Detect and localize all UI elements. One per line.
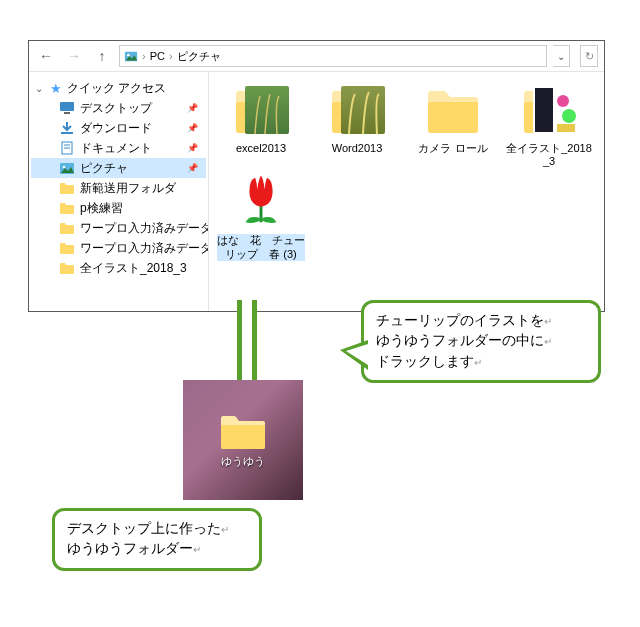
file-item[interactable]: excel2013 [217,78,305,168]
folder-icon [59,261,75,275]
pictures-icon [124,49,138,63]
svg-point-9 [63,166,66,169]
nav-item[interactable]: ダウンロード📌 [31,118,206,138]
content-area[interactable]: excel2013Word2013カメラ ロール全イラスト_2018_3はな 花… [209,72,604,311]
breadcrumb-pc[interactable]: PC [150,50,165,62]
item-label: excel2013 [236,142,286,155]
file-explorer-window: ← → ↑ › PC › ピクチャ ⌄ ↻ ⌄ ★ クイック アクセス デスクト… [28,40,605,312]
back-button[interactable]: ← [35,45,57,67]
svg-rect-10 [535,88,553,132]
address-bar[interactable]: › PC › ピクチャ [119,45,547,67]
description-callout: デスクトップ上に作った↵ ゆうゆうフォルダー↵ [52,508,262,571]
svg-point-11 [557,95,569,107]
thumbnail [230,78,292,140]
svg-rect-3 [64,112,70,114]
pin-icon: 📌 [187,143,198,153]
pin-icon: 📌 [187,103,198,113]
thumbnail [326,78,388,140]
preview-image [245,86,289,134]
breadcrumb-current[interactable]: ピクチャ [177,49,221,64]
thumbnail [230,170,292,232]
item-label: はな 花 チューリップ 春 (3) [217,234,305,260]
preview-image [341,86,385,134]
instruction-callout: チューリップのイラストを↵ ゆうゆうフォルダーの中に↵ ドラックします↵ [361,300,601,383]
desktop-folder-label: ゆうゆう [221,454,265,469]
nav-label: ピクチャ [80,160,128,177]
nav-item[interactable]: ワープロ入力済みデータ [31,218,206,238]
downloads-icon [59,121,75,135]
folder-icon [59,181,75,195]
nav-label: 新範送用フォルダ [80,180,176,197]
nav-item[interactable]: 新範送用フォルダ [31,178,206,198]
nav-item[interactable]: ドキュメント📌 [31,138,206,158]
file-item[interactable]: Word2013 [313,78,401,168]
nav-label: ドキュメント [80,140,152,157]
nav-label: ワープロ入力済みデータ [80,240,209,257]
callout-pointer [340,340,368,370]
quick-access[interactable]: ⌄ ★ クイック アクセス [31,78,206,98]
svg-rect-2 [60,102,74,111]
item-label: カメラ ロール [418,142,487,155]
nav-label: ワープロ入力済みデータ [80,220,209,237]
pin-icon: 📌 [187,163,198,173]
nav-item[interactable]: 全イラスト_2018_3 [31,258,206,278]
nav-label: デスクトップ [80,100,152,117]
svg-point-12 [562,109,576,123]
file-item[interactable]: はな 花 チューリップ 春 (3) [217,170,305,260]
item-label: 全イラスト_2018_3 [505,142,593,168]
nav-label: ダウンロード [80,120,152,137]
star-icon: ★ [50,81,62,96]
nav-item[interactable]: ワープロ入力済みデータ [31,238,206,258]
nav-label: クイック アクセス [67,80,166,97]
refresh-button[interactable]: ↻ [580,45,598,67]
file-item[interactable]: 全イラスト_2018_3 [505,78,593,168]
desktop-area: ゆうゆう [183,380,303,500]
nav-label: 全イラスト_2018_3 [80,260,187,277]
expand-icon[interactable]: ⌄ [35,83,45,94]
toolbar: ← → ↑ › PC › ピクチャ ⌄ ↻ [29,41,604,72]
svg-rect-13 [557,124,575,132]
folder-icon [59,221,75,235]
pictures-icon [59,161,75,175]
forward-button[interactable]: → [63,45,85,67]
item-label: Word2013 [332,142,383,155]
desktop-icon [59,101,75,115]
thumbnail [518,78,580,140]
nav-item[interactable]: ピクチャ📌 [31,158,206,178]
pin-icon: 📌 [187,123,198,133]
nav-label: p検練習 [80,200,123,217]
up-button[interactable]: ↑ [91,45,113,67]
documents-icon [59,141,75,155]
address-dropdown[interactable]: ⌄ [553,45,570,67]
navigation-pane: ⌄ ★ クイック アクセス デスクトップ📌ダウンロード📌ドキュメント📌ピクチャ📌… [29,72,209,311]
folder-icon [59,241,75,255]
desktop-folder-icon[interactable] [219,411,267,451]
thumbnail [422,78,484,140]
svg-rect-4 [61,132,73,134]
chevron-right-icon: › [169,50,173,62]
file-item[interactable]: カメラ ロール [409,78,497,168]
chevron-right-icon: › [142,50,146,62]
nav-item[interactable]: デスクトップ📌 [31,98,206,118]
nav-item[interactable]: p検練習 [31,198,206,218]
folder-icon [59,201,75,215]
folder-icon [422,78,484,140]
preview-image [533,86,577,134]
